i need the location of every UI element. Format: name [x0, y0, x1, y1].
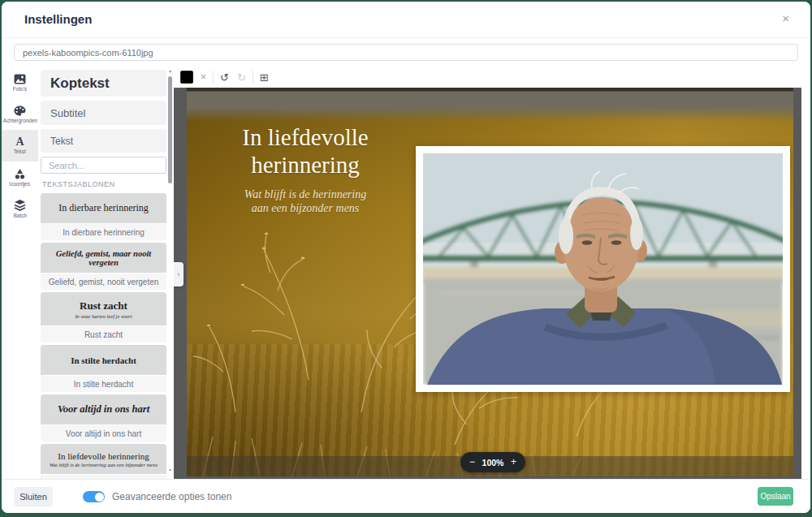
dialog-header: Instellingen × — [2, 2, 810, 38]
template-label: In stilte herdacht — [41, 376, 166, 392]
advanced-options-toggle[interactable] — [83, 491, 105, 502]
templates-section-label: TEKSTSJABLONEN — [42, 180, 166, 188]
template-preview-subtext: In onze harten leef je voort — [75, 313, 132, 319]
shapes-icon — [14, 169, 26, 179]
zoom-out-button[interactable]: − — [469, 452, 475, 472]
chevron-left-icon: ‹ — [178, 270, 180, 278]
template-preview-subtext: Wat blijft is de herinnering aan een bij… — [50, 462, 158, 467]
settings-dialog: Instellingen × Foto's Achtergronden A Te… — [2, 2, 810, 513]
template-label: Rust zacht — [41, 326, 166, 343]
sidebar-item-label: Batch — [13, 213, 26, 218]
zoom-control: − 100% + — [460, 452, 525, 472]
template-item[interactable]: In dierbare herinnering In dierbare heri… — [41, 193, 166, 240]
portrait-photo-graphic — [423, 153, 783, 385]
zoom-in-button[interactable]: + — [511, 452, 516, 472]
zoom-level: 100% — [482, 458, 504, 467]
sidebar-item-tekst[interactable]: A Tekst — [2, 130, 38, 162]
toolbar-divider — [253, 71, 253, 84]
koptekst-field[interactable]: Koptekst — [41, 70, 166, 97]
card-subtitle-line1[interactable]: Wat blijft is de herinnering — [187, 187, 424, 201]
grid-icon[interactable]: ⊞ — [260, 71, 269, 84]
panel-scrollbar: ▲ ▼ — [167, 67, 174, 479]
template-preview-text: Voor altijd in ons hart — [58, 403, 149, 416]
layers-icon — [14, 200, 26, 211]
color-swatch[interactable] — [180, 71, 193, 84]
card-headline[interactable]: In liefdevolle herinnering — [187, 123, 424, 179]
clear-color-icon[interactable]: × — [201, 71, 206, 83]
sidebar-item-icoontjes[interactable]: Icoontjes — [2, 162, 38, 193]
close-button[interactable]: Sluiten — [14, 487, 53, 506]
subtitel-field[interactable]: Subtitel — [41, 101, 166, 125]
template-preview-text: In dierbare herinnering — [58, 202, 149, 214]
portrait-photo[interactable] — [416, 146, 790, 392]
text-panel: Koptekst Subtitel Tekst TEKSTSJABLONEN I… — [41, 70, 166, 482]
memorial-card-preview[interactable]: In liefdevolle herinnering Wat blijft is… — [187, 88, 793, 476]
dialog-title: Instellingen — [24, 12, 92, 26]
toggle-knob — [95, 493, 104, 502]
scrollbar-thumb[interactable] — [168, 76, 172, 183]
template-item[interactable]: Rust zacht In onze harten leef je voort … — [41, 292, 166, 343]
scroll-up-icon[interactable]: ▲ — [168, 68, 172, 73]
workspace: Foto's Achtergronden A Tekst Icoontjes — [2, 67, 810, 479]
sidebar-item-label: Icoontjes — [10, 181, 31, 186]
close-icon[interactable]: × — [782, 11, 789, 25]
dialog-footer: Sluiten Geavanceerde opties tonen Opslaa… — [2, 479, 810, 513]
template-label: Voor altijd in ons hart — [41, 425, 166, 442]
template-preview-text: Geliefd, gemist, maar nooit vergeten — [44, 249, 163, 267]
template-preview-text: Rust zacht — [80, 299, 127, 312]
advanced-options-label: Geavanceerde opties tonen — [112, 491, 231, 502]
sidebar-item-batch[interactable]: Batch — [2, 193, 38, 225]
canvas-toolbar: × ↺ ↻ ⊞ — [174, 67, 801, 88]
toolbar-divider — [213, 71, 214, 84]
palette-icon — [14, 106, 26, 116]
template-preview-text: In liefdevolle herinnering — [58, 451, 149, 461]
template-preview-text: In stilte herdacht — [71, 355, 136, 365]
sidebar: Foto's Achtergronden A Tekst Icoontjes — [2, 67, 38, 479]
template-label: Geliefd, gemist, nooit vergeten — [41, 274, 166, 290]
tekst-field[interactable]: Tekst — [41, 129, 166, 153]
filename-input[interactable] — [14, 44, 798, 61]
editor-canvas[interactable]: In liefdevolle herinnering Wat blijft is… — [174, 88, 801, 479]
redo-icon[interactable]: ↻ — [237, 71, 246, 84]
undo-icon[interactable]: ↺ — [220, 71, 229, 84]
photo-icon — [14, 74, 26, 84]
scroll-down-icon[interactable]: ▼ — [168, 467, 172, 472]
search-input[interactable] — [41, 157, 166, 174]
card-text-block[interactable]: In liefdevolle herinnering Wat blijft is… — [187, 123, 424, 215]
save-button[interactable]: Opslaan — [758, 487, 793, 506]
card-subtitle-line2[interactable]: aan een bijzonder mens — [187, 201, 424, 215]
sidebar-item-achtergronden[interactable]: Achtergronden — [2, 98, 38, 130]
template-item[interactable]: In stilte herdacht In stilte herdacht — [41, 345, 166, 392]
sidebar-item-label: Foto's — [13, 86, 27, 91]
template-label: In dierbare herinnering — [41, 224, 166, 240]
text-icon: A — [15, 137, 24, 147]
collapse-panel-handle[interactable]: ‹ — [174, 262, 184, 287]
template-item[interactable]: Voor altijd in ons hart Voor altijd in o… — [41, 394, 166, 442]
sidebar-item-label: Achtergronden — [2, 118, 37, 123]
sidebar-item-fotos[interactable]: Foto's — [2, 67, 38, 98]
sidebar-item-label: Tekst — [14, 149, 26, 153]
template-item[interactable]: Geliefd, gemist, maar nooit vergeten Gel… — [41, 243, 166, 290]
